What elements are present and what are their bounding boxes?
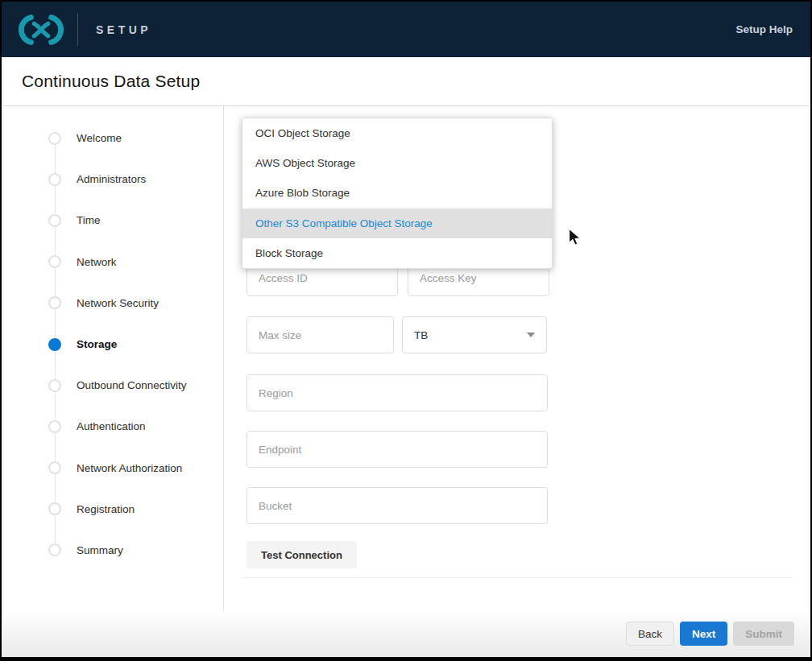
max-size-input[interactable] (246, 316, 394, 353)
step-circle-icon (48, 461, 61, 474)
step-label: Summary (77, 544, 123, 556)
sidebar-step-network-security[interactable]: Network Security (2, 283, 223, 324)
sidebar-step-registration[interactable]: Registration (2, 489, 223, 530)
form-footer-divider (242, 577, 793, 578)
storage-type-dropdown-menu: OCI Object Storage AWS Object Storage Az… (242, 118, 553, 269)
dropdown-option-other-s3-selected[interactable]: Other S3 Compatible Object Storage (242, 209, 552, 238)
step-circle-icon (48, 543, 61, 556)
step-circle-icon (48, 502, 61, 515)
step-label: Administrators (77, 173, 146, 185)
bucket-input[interactable] (246, 487, 548, 524)
dropdown-option-block[interactable]: Block Storage (242, 238, 552, 268)
size-unit-select[interactable]: TB (402, 316, 547, 353)
sidebar-step-outbound-connectivity[interactable]: Outbound Connectivity (2, 365, 223, 406)
step-label: Outbound Connectivity (77, 379, 187, 391)
step-circle-icon (48, 132, 61, 145)
sidebar-step-welcome[interactable]: Welcome (2, 118, 223, 159)
setup-brand-label: SETUP (96, 23, 151, 36)
sidebar-step-administrators[interactable]: Administrators (2, 159, 223, 200)
step-label: Registration (77, 503, 135, 515)
sidebar-step-storage[interactable]: Storage (2, 324, 223, 365)
step-circle-icon (48, 214, 61, 227)
submit-button[interactable]: Submit (733, 622, 794, 646)
sidebar-step-summary[interactable]: Summary (2, 530, 223, 571)
back-button[interactable]: Back (626, 622, 674, 646)
wizard-sidebar: Welcome Administrators Time Network Netw… (2, 106, 224, 610)
content-area: Welcome Administrators Time Network Netw… (2, 106, 810, 610)
sidebar-step-authentication[interactable]: Authentication (2, 406, 223, 447)
step-circle-icon (48, 255, 61, 268)
step-label: Network (77, 256, 117, 268)
endpoint-input[interactable] (246, 431, 548, 468)
sidebar-step-time[interactable]: Time (2, 200, 223, 241)
step-label: Welcome (77, 132, 122, 144)
next-button[interactable]: Next (680, 622, 727, 646)
sidebar-step-network-authorization[interactable]: Network Authorization (2, 448, 223, 489)
setup-window: SETUP Setup Help Continuous Data Setup W… (0, 0, 812, 661)
wizard-footer: Back Next Submit (2, 610, 810, 657)
step-circle-active-icon (48, 338, 61, 351)
size-unit-value: TB (414, 329, 428, 341)
setup-help-link[interactable]: Setup Help (735, 23, 793, 35)
step-circle-icon (48, 420, 61, 433)
dropdown-option-oci[interactable]: OCI Object Storage (242, 118, 552, 148)
delphix-logo-icon (18, 13, 64, 47)
top-navbar: SETUP Setup Help (2, 2, 810, 57)
storage-form-panel: OCI Object Storage AWS Object Storage Az… (224, 106, 810, 610)
dropdown-option-azure[interactable]: Azure Blob Storage (242, 178, 552, 208)
step-circle-icon (48, 379, 61, 392)
region-input[interactable] (246, 374, 548, 411)
step-label: Authentication (77, 420, 146, 432)
dropdown-option-aws[interactable]: AWS Object Storage (242, 148, 552, 178)
step-circle-icon (48, 296, 61, 309)
title-bar: Continuous Data Setup (2, 57, 810, 106)
step-label: Storage (77, 338, 117, 350)
sidebar-step-network[interactable]: Network (2, 242, 223, 283)
step-label: Network Security (77, 297, 159, 309)
page-title: Continuous Data Setup (22, 72, 200, 91)
header-divider (77, 14, 78, 46)
step-label: Time (77, 214, 101, 226)
chevron-down-icon (527, 333, 535, 337)
test-connection-button[interactable]: Test Connection (246, 541, 357, 568)
step-label: Network Authorization (77, 462, 182, 474)
step-circle-icon (48, 173, 61, 186)
